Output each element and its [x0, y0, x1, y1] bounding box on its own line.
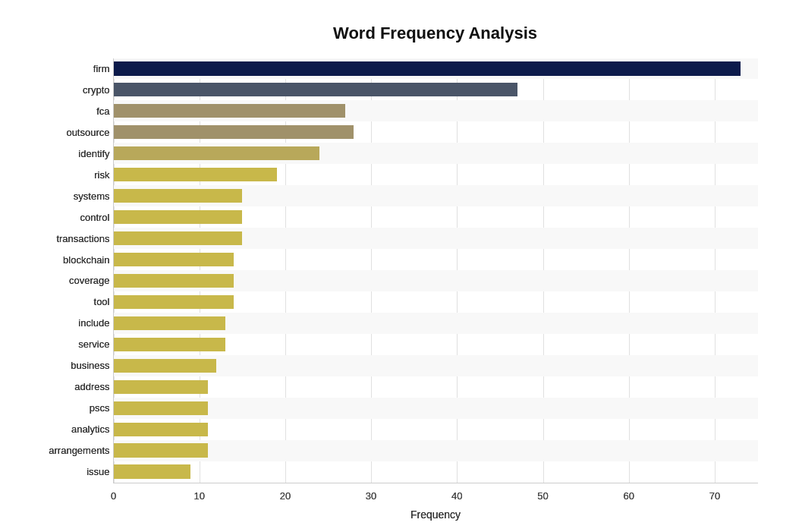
bar-row: address	[114, 380, 758, 394]
chart-title: Word Frequency Analysis	[113, 24, 758, 43]
bar-label: blockchain	[19, 254, 110, 266]
bar-label: fca	[19, 105, 110, 117]
bar-rect	[114, 210, 243, 224]
bar-label: coverage	[19, 275, 110, 286]
bar-rect	[114, 443, 209, 457]
bar-row: systems	[114, 189, 758, 203]
bar-rect	[114, 359, 217, 373]
bar-row: outsource	[114, 125, 758, 139]
bar-rect	[114, 231, 243, 245]
bar-label: risk	[19, 169, 110, 181]
bar-rect	[114, 464, 191, 478]
bar-rect	[114, 104, 346, 118]
bar-label: identify	[19, 148, 110, 159]
bar-row: coverage	[114, 274, 758, 288]
bar-row: firm	[114, 61, 758, 75]
bar-row: include	[114, 316, 758, 330]
bar-label: include	[19, 317, 110, 329]
x-tick-label: 0	[111, 490, 116, 502]
x-tick-label: 10	[193, 490, 204, 502]
bar-label: control	[19, 212, 110, 223]
bar-row: pscs	[114, 401, 758, 415]
bar-row: transactions	[114, 231, 758, 245]
bar-rect	[114, 146, 320, 160]
bar-rect	[114, 380, 209, 394]
bar-row: tool	[114, 295, 758, 309]
bar-label: service	[19, 338, 110, 350]
bar-label: firm	[19, 63, 110, 74]
bar-row: blockchain	[114, 253, 758, 266]
bar-row: arrangements	[114, 443, 758, 457]
x-tick-label: 60	[623, 490, 634, 502]
x-tick-label: 30	[366, 490, 376, 502]
bar-rect	[114, 125, 354, 139]
x-tick-label: 50	[537, 490, 548, 502]
chart-container: Word Frequency Analysis 010203040506070F…	[14, 8, 788, 524]
bar-rect	[114, 423, 209, 436]
bar-rect	[114, 295, 234, 309]
bar-label: analytics	[19, 423, 110, 435]
bar-row: business	[114, 359, 758, 373]
bar-row: service	[114, 338, 758, 351]
bar-label: pscs	[19, 402, 110, 414]
bar-label: business	[19, 360, 110, 371]
x-tick-label: 40	[451, 490, 462, 502]
bar-rect	[114, 61, 741, 75]
bar-row: risk	[114, 168, 758, 181]
x-tick-label: 20	[280, 490, 291, 502]
bar-label: transactions	[19, 233, 110, 244]
bar-rect	[114, 274, 234, 288]
bar-label: outsource	[19, 127, 110, 138]
bar-label: systems	[19, 190, 110, 202]
bar-label: address	[19, 381, 110, 392]
bar-row: crypto	[114, 83, 758, 96]
bar-row: analytics	[114, 423, 758, 436]
bar-label: issue	[19, 466, 110, 477]
bar-rect	[114, 189, 243, 203]
bar-rect	[114, 401, 209, 415]
bar-rect	[114, 316, 225, 330]
bar-row: control	[114, 210, 758, 224]
bar-label: crypto	[19, 84, 110, 96]
bar-row: issue	[114, 464, 758, 478]
bar-row: identify	[114, 146, 758, 160]
bar-label: arrangements	[19, 445, 110, 456]
bar-rect	[114, 168, 277, 181]
bar-rect	[114, 253, 234, 266]
chart-area: 010203040506070Frequencyfirmcryptofcaout…	[113, 58, 758, 483]
bar-label: tool	[19, 296, 110, 307]
x-tick-label: 70	[709, 490, 720, 502]
x-axis-title: Frequency	[410, 508, 461, 521]
bar-rect	[114, 338, 225, 351]
bar-rect	[114, 83, 517, 96]
bar-row: fca	[114, 104, 758, 118]
